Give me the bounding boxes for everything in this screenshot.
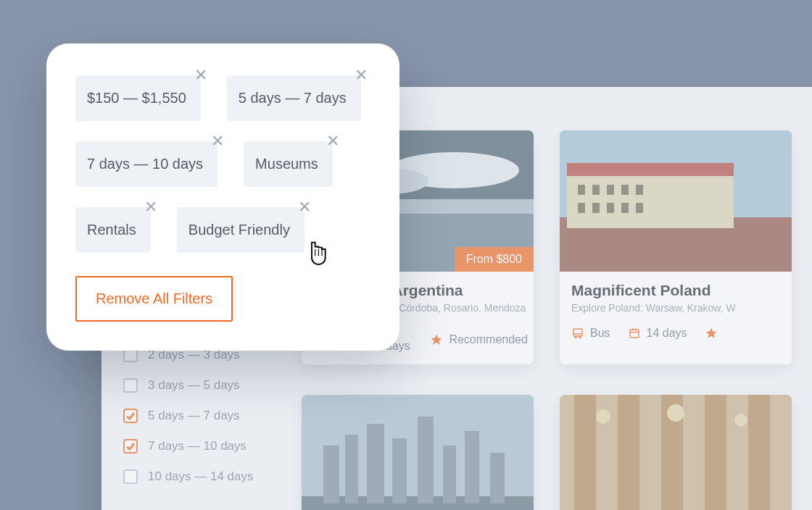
svg-point-55 (596, 409, 610, 424)
tour-title: Magnificent Poland (571, 282, 780, 299)
price-badge: From $800 (455, 247, 534, 272)
duration-label: 10 days — 14 days (148, 469, 254, 484)
transport-meta: Bus (571, 327, 610, 340)
filter-chip-days-7-10[interactable]: 7 days — 10 days ✕ (75, 141, 218, 187)
close-icon[interactable]: ✕ (141, 197, 161, 217)
filter-chip-price[interactable]: $150 — $1,550 ✕ (75, 75, 201, 121)
tour-card[interactable] (560, 395, 792, 510)
svg-point-32 (575, 336, 576, 338)
svg-point-56 (667, 404, 684, 422)
svg-rect-28 (621, 203, 629, 213)
filter-modal: $150 — $1,550 ✕ 5 days — 7 days ✕ 7 days… (46, 43, 399, 351)
svg-rect-42 (345, 435, 358, 503)
svg-marker-15 (431, 335, 442, 345)
close-icon[interactable]: ✕ (294, 197, 315, 217)
svg-rect-27 (607, 203, 614, 213)
chip-label: $150 — $1,550 (87, 90, 186, 106)
recommended-meta: Recommended (430, 333, 528, 346)
chip-label: 7 days — 10 days (87, 156, 203, 172)
svg-rect-25 (578, 203, 585, 213)
svg-rect-43 (367, 424, 384, 503)
svg-rect-34 (630, 330, 639, 338)
svg-rect-23 (621, 185, 629, 195)
star-icon (705, 327, 718, 340)
duration-label: 7 days — 10 days (148, 439, 246, 453)
svg-rect-44 (392, 438, 407, 503)
close-icon[interactable]: ✕ (351, 65, 371, 85)
calendar-icon (628, 327, 641, 340)
checkbox-icon[interactable] (123, 378, 138, 393)
star-icon (430, 333, 443, 346)
svg-rect-30 (573, 329, 582, 336)
svg-rect-47 (465, 431, 479, 503)
chip-label: Rentals (87, 222, 136, 238)
days-meta: 14 days (628, 327, 687, 340)
days-label: 14 days (647, 327, 687, 340)
svg-rect-51 (618, 395, 639, 510)
svg-rect-29 (636, 203, 643, 213)
svg-rect-46 (443, 446, 456, 503)
close-icon[interactable]: ✕ (191, 65, 211, 85)
recommended-meta (705, 327, 718, 340)
duration-label: 5 days — 7 days (148, 409, 240, 423)
svg-rect-21 (592, 185, 600, 195)
checkbox-icon[interactable] (123, 469, 138, 484)
checkbox-checked-icon[interactable] (123, 409, 138, 423)
checkbox-checked-icon[interactable] (123, 439, 138, 453)
svg-point-57 (734, 414, 747, 427)
svg-rect-20 (578, 185, 585, 195)
tour-image (560, 130, 792, 272)
tour-subtitle: Explore Poland: Warsaw, Krakow, W (571, 302, 780, 314)
duration-option[interactable]: 7 days — 10 days (123, 439, 276, 453)
transport-label: Bus (590, 327, 610, 340)
svg-rect-24 (636, 185, 643, 195)
svg-marker-38 (705, 328, 716, 338)
svg-rect-19 (567, 163, 734, 176)
duration-option[interactable]: 3 days — 5 days (123, 378, 276, 393)
close-icon[interactable]: ✕ (323, 131, 343, 151)
tour-card[interactable]: From $900 (302, 395, 534, 510)
close-icon[interactable]: ✕ (207, 131, 228, 151)
filter-chip-rentals[interactable]: Rentals ✕ (75, 207, 151, 253)
remove-all-filters-button[interactable]: Remove All Filters (75, 276, 233, 322)
svg-rect-48 (490, 453, 505, 503)
tour-image (560, 395, 792, 510)
chip-label: Budget Friendly (188, 222, 290, 238)
svg-rect-54 (748, 395, 770, 510)
svg-rect-22 (607, 185, 614, 195)
svg-rect-18 (567, 170, 734, 228)
chip-label: 5 days — 7 days (239, 90, 347, 106)
bus-icon (571, 327, 584, 340)
filter-chip-days-5-7[interactable]: 5 days — 7 days ✕ (227, 75, 361, 121)
filter-chip-budget[interactable]: Budget Friendly ✕ (177, 207, 304, 253)
svg-rect-41 (323, 446, 339, 503)
svg-rect-50 (574, 395, 596, 510)
tour-image: From $900 (302, 395, 534, 510)
duration-option[interactable]: 5 days — 7 days (123, 409, 276, 423)
svg-rect-53 (705, 395, 726, 510)
recommended-label: Recommended (449, 333, 528, 346)
svg-rect-45 (418, 417, 434, 503)
svg-rect-26 (592, 203, 600, 213)
duration-option[interactable]: 10 days — 14 days (123, 469, 276, 484)
filter-chip-museums[interactable]: Museums ✕ (244, 141, 333, 187)
svg-point-33 (579, 336, 581, 338)
duration-label: 3 days — 5 days (148, 378, 240, 393)
chip-label: Museums (255, 156, 318, 172)
tour-card[interactable]: Magnificent Poland Explore Poland: Warsa… (560, 130, 792, 364)
applied-filters: $150 — $1,550 ✕ 5 days — 7 days ✕ 7 days… (75, 75, 370, 253)
